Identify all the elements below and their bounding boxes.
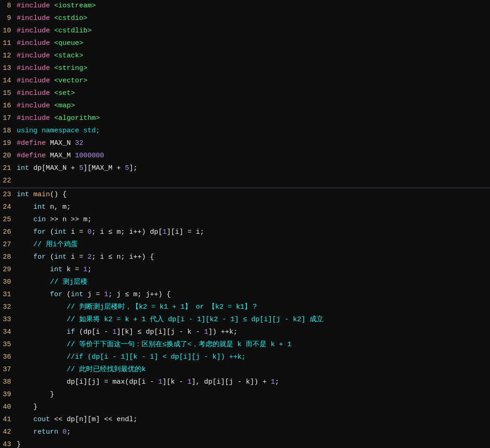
line-number: 9 (0, 12, 15, 25)
code-line: 24 int n, m; (0, 201, 490, 214)
token: <stack> (54, 52, 83, 60)
line-number: 33 (0, 314, 15, 326)
token (17, 428, 33, 436)
line-content (15, 175, 490, 187)
line-number: 34 (0, 326, 15, 338)
token: #define (17, 152, 46, 160)
token: <algorithm> (54, 114, 100, 122)
token: int (71, 291, 83, 299)
token: 1 (112, 328, 117, 336)
code-line: 43} (0, 439, 490, 448)
line-number: 31 (0, 289, 15, 301)
token: // 测j层楼 (17, 278, 87, 286)
token: ; (67, 428, 71, 436)
token: ( (46, 228, 54, 236)
line-number: 8 (0, 0, 15, 12)
token: 1 (271, 378, 275, 386)
line-content: for (int i = 0; i ≤ m; i++) dp[1][i] = i… (15, 226, 490, 238)
token: #include (17, 2, 50, 10)
line-content: #include <queue> (15, 37, 490, 50)
line-content: #include <set> (15, 87, 490, 100)
line-number: 29 (0, 264, 15, 276)
token: //if (dp[i - 1][k - 1] < dp[i][j - k]) +… (17, 353, 246, 361)
token: int (54, 253, 67, 261)
token: ; (275, 378, 279, 386)
code-line: 41 cout << dp[n][m] << endl; (0, 414, 490, 426)
token: 2 (87, 253, 92, 261)
token: 5 (125, 164, 129, 172)
token: namespace (42, 127, 79, 135)
line-content: } (15, 401, 490, 413)
line-content: #include <algorithm> (15, 112, 490, 124)
token: #include (17, 14, 50, 22)
token: main (33, 191, 50, 199)
code-line: 17#include <algorithm> (0, 112, 490, 125)
token (29, 191, 33, 199)
token (50, 102, 54, 110)
code-line: 8#include <iostream> (0, 0, 490, 12)
token: cout (17, 416, 50, 423)
line-content: // 如果将 k2 = k + 1 代入 dp[i - 1][k2 - 1] ≤… (15, 314, 490, 326)
line-number: 32 (0, 301, 15, 313)
token: ][MAX_M + (83, 164, 125, 172)
token: ; i ≤ m; i++) dp[ (92, 228, 162, 236)
code-line: 19#define MAX_N 32 (0, 137, 490, 150)
code-line: 22 (0, 175, 490, 187)
code-line: 20#define MAX_M 1000000 (0, 150, 490, 162)
code-line: 40 } (0, 401, 490, 414)
token (50, 89, 54, 97)
token: // 此时已经找到最优的k (17, 366, 146, 373)
code-line: 18using namespace std; (0, 125, 490, 137)
line-number: 30 (0, 276, 15, 288)
code-editor: 8#include <iostream>9#include <cstdio>10… (0, 0, 490, 448)
line-number: 13 (0, 62, 15, 75)
token: <string> (54, 64, 87, 72)
line-content: #define MAX_N 32 (15, 137, 490, 149)
code-line: 14#include <vector> (0, 75, 490, 87)
code-line: 33 // 如果将 k2 = k + 1 代入 dp[i - 1][k2 - 1… (0, 314, 490, 326)
token: for (33, 228, 46, 236)
token (50, 14, 54, 22)
token: ; (87, 266, 92, 274)
token (50, 64, 54, 72)
code-line: 12#include <stack> (0, 50, 490, 62)
token (50, 77, 54, 85)
token: 1 (187, 378, 192, 386)
token: MAX_M (46, 152, 75, 160)
token: <cstdlib> (54, 27, 92, 35)
line-number: 16 (0, 100, 15, 112)
line-content: #include <cstdlib> (15, 25, 490, 37)
code-line: 15#include <set> (0, 87, 490, 100)
token: <set> (54, 89, 75, 97)
token (17, 253, 33, 261)
token: dp[i][j] = max(dp[i - (17, 378, 158, 386)
line-content: // 用i个鸡蛋 (15, 239, 490, 251)
token: dp[MAX_N + (29, 164, 79, 172)
token: 5 (79, 164, 83, 172)
code-line: 36 //if (dp[i - 1][k - 1] < dp[i][j - k]… (0, 351, 490, 364)
line-content: cout << dp[n][m] << endl; (15, 414, 490, 426)
line-content: #include <stack> (15, 50, 490, 62)
token: ]; (129, 164, 137, 172)
token (50, 27, 54, 35)
line-number: 11 (0, 37, 15, 50)
token: // 用i个鸡蛋 (17, 241, 78, 249)
line-number: 26 (0, 226, 15, 238)
token: << dp[n][m] << endl; (50, 416, 137, 423)
token: 1 (83, 266, 87, 274)
code-line: 39 } (0, 389, 490, 401)
line-content: for (int j = 1; j ≤ m; j++) { (15, 289, 490, 301)
token: int (17, 191, 29, 199)
token: #include (17, 64, 50, 72)
token: ][k - (162, 378, 187, 386)
token (50, 39, 54, 47)
line-content: #include <iostream> (15, 0, 490, 12)
code-line: 30 // 测j层楼 (0, 276, 490, 289)
token: >> n >> m; (46, 216, 92, 224)
line-number: 38 (0, 376, 15, 388)
code-line: 25 cin >> n >> m; (0, 214, 490, 226)
token: if (67, 328, 75, 336)
code-line: 37 // 此时已经找到最优的k (0, 364, 490, 376)
line-content: // 测j层楼 (15, 276, 490, 288)
token: <iostream> (54, 2, 96, 10)
